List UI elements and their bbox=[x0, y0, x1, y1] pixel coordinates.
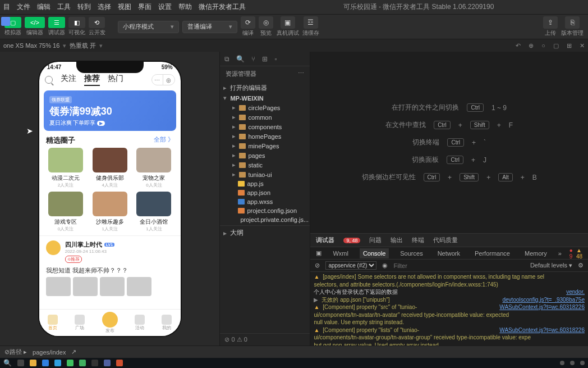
tabbar-home[interactable]: 首页 bbox=[48, 315, 58, 331]
tabbar-activity[interactable]: 活动 bbox=[135, 315, 145, 331]
menu-item[interactable]: 文件 bbox=[17, 2, 30, 12]
clear-cache-button[interactable]: ☲ bbox=[304, 16, 318, 29]
tab-follow[interactable]: 关注 bbox=[61, 74, 76, 86]
tree-folder[interactable]: ▸circlePages bbox=[222, 103, 307, 112]
tab-output[interactable]: 输出 bbox=[391, 236, 403, 244]
refresh-icon[interactable]: ⊕ bbox=[529, 42, 534, 49]
menu-item[interactable]: 转到 bbox=[77, 2, 91, 12]
devtab-sources[interactable]: Sources bbox=[397, 248, 426, 258]
source-link[interactable]: WASubContext.js?t=wc.60318226 bbox=[499, 303, 585, 311]
open-icon[interactable]: ↗ bbox=[71, 348, 76, 356]
app-icon[interactable] bbox=[54, 360, 61, 366]
warn-count[interactable]: ▲ 48 bbox=[576, 247, 582, 260]
console-line[interactable]: but got non-array value. Used empty arra… bbox=[314, 342, 585, 346]
files-icon[interactable]: ⧉ bbox=[224, 55, 229, 63]
search-icon[interactable]: 🔍 bbox=[3, 359, 12, 367]
problems-count[interactable]: ⊘ 0 ⚠ 0 bbox=[224, 336, 247, 343]
tree-folder[interactable]: ▸static bbox=[222, 160, 307, 170]
app-icon[interactable] bbox=[30, 360, 36, 366]
tray-icon[interactable] bbox=[580, 361, 585, 365]
mode-select[interactable]: 小程序模式▾ bbox=[118, 21, 179, 33]
source-link[interactable]: vendor. bbox=[566, 288, 585, 296]
compile-button[interactable]: ⟳ bbox=[241, 16, 255, 29]
tab-debugger[interactable]: 调试器 bbox=[316, 236, 334, 244]
tree-file[interactable]: app.js bbox=[222, 179, 307, 188]
source-link[interactable]: devtoolsconfig.js?t=_.9308ba75e bbox=[502, 296, 585, 304]
tree-folder[interactable]: ▸tuniao-ui bbox=[222, 170, 307, 179]
menu-item[interactable]: 设置 bbox=[158, 2, 172, 12]
circle-card[interactable]: 健身俱乐部 4人关注 bbox=[89, 148, 131, 188]
console-line[interactable]: selectors, and attribute selectors.(./co… bbox=[314, 281, 585, 289]
tab-terminal[interactable]: 终端 bbox=[412, 236, 424, 244]
close-icon[interactable]: ✕ bbox=[580, 42, 585, 49]
taskview-icon[interactable] bbox=[17, 360, 24, 366]
open-editors[interactable]: ▸打开的编辑器 bbox=[222, 83, 307, 93]
path-label[interactable]: ⊘路径 ▸ bbox=[4, 348, 27, 356]
cloud-button[interactable]: ⟲ bbox=[89, 17, 105, 28]
menu-item[interactable]: 工具 bbox=[57, 2, 71, 12]
menu-item[interactable]: 目 bbox=[3, 2, 10, 12]
device-label[interactable]: one XS Max 75% 16 bbox=[3, 42, 59, 49]
more-icon[interactable]: ⋯ bbox=[152, 75, 163, 85]
console-line[interactable]: ui/components/tn-avatar-group/tn-avatar-… bbox=[314, 334, 585, 342]
app-icon[interactable] bbox=[42, 360, 49, 366]
tray-icon[interactable] bbox=[560, 361, 564, 365]
tabbar-square[interactable]: 广场 bbox=[75, 315, 85, 331]
back-icon[interactable]: ↶ bbox=[516, 42, 521, 49]
version-button[interactable]: ⎘ bbox=[565, 16, 580, 29]
inspect-icon[interactable]: ▣ bbox=[316, 249, 321, 257]
app-icon[interactable] bbox=[79, 360, 86, 366]
gear-icon[interactable]: ⚙ bbox=[578, 262, 584, 269]
console-line[interactable]: 个人中心有登录状态下返回的数据vendor. bbox=[314, 288, 585, 296]
filter-input[interactable] bbox=[393, 262, 471, 269]
eye-icon[interactable]: ◉ bbox=[382, 262, 388, 269]
post-item[interactable]: 四川掌上时代LV1 2022-09-24 11:06:43 ⊙推荐 bbox=[39, 235, 181, 265]
preview-button[interactable]: ◎ bbox=[259, 16, 273, 29]
tab-problems[interactable]: 问题 bbox=[369, 236, 382, 244]
grid-icon[interactable]: ⊞ bbox=[567, 42, 572, 49]
promo-banner[interactable]: 领券联盟 领券满99减30 夏日冰爽 下单即享▶ bbox=[44, 90, 176, 131]
ext-icon[interactable]: ⊞ bbox=[262, 55, 268, 63]
tree-folder[interactable]: ▸homePages bbox=[222, 131, 307, 141]
editor-button[interactable]: </> bbox=[25, 17, 45, 28]
tab-hot[interactable]: 热门 bbox=[108, 74, 123, 86]
outline-section[interactable]: ▸大纲 bbox=[220, 225, 310, 240]
console-output[interactable]: [pages/index] Some selectors are not all… bbox=[310, 272, 588, 346]
menu-item[interactable]: 选择 bbox=[98, 2, 111, 12]
branch-icon[interactable]: ⑂ bbox=[251, 55, 255, 63]
menu-item[interactable]: 帮助 bbox=[178, 2, 192, 12]
more-icon[interactable]: ▫ bbox=[274, 55, 277, 63]
path-value[interactable]: pages/index bbox=[33, 349, 66, 356]
app-icon[interactable] bbox=[116, 360, 123, 366]
tree-file[interactable]: app.json bbox=[222, 188, 307, 197]
levels-select[interactable]: Default levels ▾ bbox=[530, 262, 572, 269]
tab-quality[interactable]: 代码质量 bbox=[433, 236, 458, 244]
console-line[interactable]: ui/components/tn-avatar/tn-avatar" recei… bbox=[314, 311, 585, 319]
more-icon[interactable]: ⋯ bbox=[298, 70, 304, 78]
tree-file[interactable]: project.private.config.js... bbox=[222, 215, 307, 224]
menu-item[interactable]: 界面 bbox=[138, 2, 151, 12]
clear-icon[interactable]: ⊘ bbox=[315, 262, 320, 269]
app-icon[interactable] bbox=[104, 360, 111, 366]
remote-debug-button[interactable]: ▣ bbox=[281, 16, 295, 29]
tree-folder[interactable]: ▸common bbox=[222, 112, 307, 122]
upload-button[interactable]: ⇪ bbox=[543, 16, 558, 29]
devtab-network[interactable]: Network bbox=[434, 248, 463, 258]
tab-recommend[interactable]: 推荐 bbox=[84, 74, 100, 86]
tree-root[interactable]: ▾MP-WEIXIN bbox=[222, 93, 307, 103]
console-line[interactable]: [Component] property "src" of "tuniao-WA… bbox=[314, 303, 585, 311]
source-link[interactable]: WASubContext.js?t=wc.60318226 bbox=[499, 326, 585, 334]
devtab-performance[interactable]: Performance bbox=[471, 248, 513, 258]
tabbar-mine[interactable]: 我的 bbox=[162, 315, 172, 331]
app-icon[interactable] bbox=[91, 360, 98, 366]
search-icon[interactable] bbox=[45, 76, 53, 84]
more-link[interactable]: 全部 》 bbox=[154, 135, 174, 146]
circle-card[interactable]: 全日小酒馆 1人关注 bbox=[133, 192, 175, 232]
close-icon[interactable]: ◎ bbox=[163, 75, 174, 85]
tabbar-publish[interactable]: 发布 bbox=[102, 312, 118, 334]
search-icon[interactable]: 🔍 bbox=[236, 55, 245, 63]
console-line[interactable]: [pages/index] Some selectors are not all… bbox=[314, 273, 585, 281]
capsule-button[interactable]: ⋯◎ bbox=[151, 74, 175, 85]
visual-button[interactable]: ◧ bbox=[68, 17, 85, 28]
devtab-wxml[interactable]: Wxml bbox=[329, 248, 352, 258]
